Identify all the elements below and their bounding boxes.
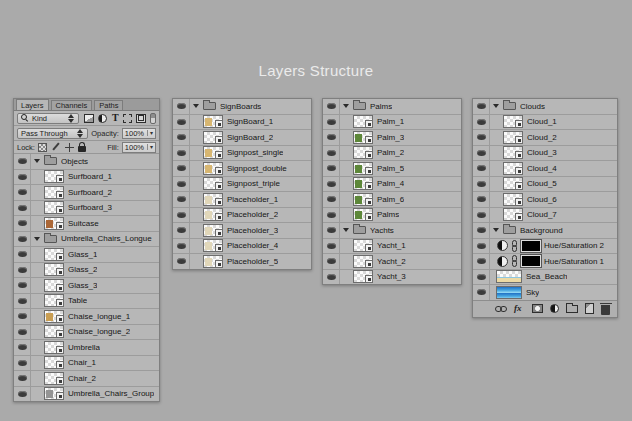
mask-thumbnail[interactable] xyxy=(521,255,541,267)
visibility-toggle[interactable] xyxy=(473,285,490,300)
adjustment-filter-icon[interactable] xyxy=(98,114,107,123)
layer-thumbnail[interactable] xyxy=(44,248,64,261)
layer-thumbnail[interactable] xyxy=(203,131,223,144)
visibility-toggle[interactable] xyxy=(14,185,31,200)
layer-thumbnail[interactable] xyxy=(44,217,64,230)
expand-triangle-icon[interactable] xyxy=(193,104,199,108)
visibility-toggle[interactable] xyxy=(473,208,490,223)
layer-thumbnail[interactable] xyxy=(44,341,64,354)
layer-mask-icon[interactable] xyxy=(532,304,543,313)
layer-thumbnail[interactable] xyxy=(496,270,522,283)
visibility-toggle[interactable] xyxy=(473,223,490,238)
layer-thumbnail[interactable] xyxy=(353,146,373,159)
layer-row[interactable]: Signpost_single xyxy=(173,146,311,162)
visibility-toggle[interactable] xyxy=(14,263,31,278)
layer-thumbnail[interactable] xyxy=(353,131,373,144)
layer-row[interactable]: Surfboard_1 xyxy=(14,170,159,186)
expand-triangle-icon[interactable] xyxy=(34,237,40,241)
layer-row[interactable]: Palm_2 xyxy=(323,146,461,162)
layer-thumbnail[interactable] xyxy=(503,162,523,175)
visibility-toggle[interactable] xyxy=(14,371,31,386)
group-row[interactable]: Clouds xyxy=(473,99,617,115)
layer-thumbnail[interactable] xyxy=(44,387,64,400)
visibility-toggle[interactable] xyxy=(173,239,190,254)
layer-row[interactable]: Glass_2 xyxy=(14,263,159,279)
layer-row[interactable]: Placeholder_4 xyxy=(173,239,311,255)
expand-triangle-icon[interactable] xyxy=(493,104,499,108)
layer-thumbnail[interactable] xyxy=(353,255,373,268)
visibility-toggle[interactable] xyxy=(14,170,31,185)
visibility-toggle[interactable] xyxy=(323,192,340,207)
layer-thumbnail[interactable] xyxy=(203,177,223,190)
folder-icon[interactable] xyxy=(566,305,578,313)
visibility-toggle[interactable] xyxy=(323,177,340,192)
layer-row[interactable]: Placeholder_1 xyxy=(173,192,311,208)
visibility-toggle[interactable] xyxy=(473,99,490,114)
layer-thumbnail[interactable] xyxy=(353,239,373,252)
layer-thumbnail[interactable] xyxy=(203,193,223,206)
layer-row[interactable]: Palm_3 xyxy=(323,130,461,146)
visibility-toggle[interactable] xyxy=(473,254,490,269)
layer-thumbnail[interactable] xyxy=(44,170,64,183)
visibility-toggle[interactable] xyxy=(323,99,340,114)
layer-row[interactable]: Cloud_7 xyxy=(473,208,617,224)
expand-triangle-icon[interactable] xyxy=(34,159,40,163)
visibility-toggle[interactable] xyxy=(173,208,190,223)
visibility-toggle[interactable] xyxy=(173,177,190,192)
layer-thumbnail[interactable] xyxy=(503,193,523,206)
tab-layers[interactable]: Layers xyxy=(16,99,49,110)
visibility-toggle[interactable] xyxy=(14,216,31,231)
layer-row[interactable]: Suitcase xyxy=(14,216,159,232)
layer-thumbnail[interactable] xyxy=(203,208,223,221)
adjustment-icon[interactable] xyxy=(550,304,559,313)
mask-thumbnail[interactable] xyxy=(521,240,541,252)
layer-thumbnail[interactable] xyxy=(44,201,64,214)
layer-row[interactable]: SignBoard_2 xyxy=(173,130,311,146)
visibility-toggle[interactable] xyxy=(14,356,31,371)
visibility-toggle[interactable] xyxy=(173,146,190,161)
visibility-toggle[interactable] xyxy=(323,270,340,285)
layer-row[interactable]: Hue/Saturation 2 xyxy=(473,239,617,255)
layer-thumbnail[interactable] xyxy=(44,310,64,323)
visibility-toggle[interactable] xyxy=(473,270,490,285)
shape-filter-icon[interactable] xyxy=(123,114,132,123)
visibility-toggle[interactable] xyxy=(323,223,340,238)
layer-thumbnail[interactable] xyxy=(503,146,523,159)
layer-thumbnail[interactable] xyxy=(496,286,522,299)
layer-thumbnail[interactable] xyxy=(203,255,223,268)
visibility-toggle[interactable] xyxy=(14,340,31,355)
layer-row[interactable]: Umbrella_Chairs_Group xyxy=(14,387,159,402)
layer-row[interactable]: Surfboard_2 xyxy=(14,185,159,201)
layer-row[interactable]: Palm_5 xyxy=(323,161,461,177)
blend-mode-dropdown[interactable]: Pass Through xyxy=(17,128,88,139)
link-icon[interactable] xyxy=(495,306,507,312)
layer-row[interactable]: Glass_3 xyxy=(14,278,159,294)
visibility-toggle[interactable] xyxy=(323,130,340,145)
layer-row[interactable]: Sea_Beach xyxy=(473,270,617,286)
visibility-toggle[interactable] xyxy=(14,201,31,216)
layer-row[interactable]: Palm_6 xyxy=(323,192,461,208)
layer-thumbnail[interactable] xyxy=(353,208,373,221)
visibility-toggle[interactable] xyxy=(14,309,31,324)
layer-thumbnail[interactable] xyxy=(203,239,223,252)
layer-row[interactable]: Yacht_2 xyxy=(323,254,461,270)
group-row[interactable]: Yachts xyxy=(323,223,461,239)
layer-thumbnail[interactable] xyxy=(503,115,523,128)
expand-triangle-icon[interactable] xyxy=(343,228,349,232)
layer-row[interactable]: Cloud_6 xyxy=(473,192,617,208)
opacity-value[interactable]: 100% ▾ xyxy=(122,128,156,139)
visibility-toggle[interactable] xyxy=(14,154,31,169)
lock-transparency-icon[interactable] xyxy=(38,143,47,152)
layer-row[interactable]: Placeholder_5 xyxy=(173,254,311,269)
visibility-toggle[interactable] xyxy=(14,387,31,402)
visibility-toggle[interactable] xyxy=(173,223,190,238)
layer-thumbnail[interactable] xyxy=(503,177,523,190)
lock-paint-icon[interactable] xyxy=(51,142,61,152)
layer-row[interactable]: Signpost_double xyxy=(173,161,311,177)
layer-row[interactable]: Cloud_3 xyxy=(473,146,617,162)
visibility-toggle[interactable] xyxy=(173,99,190,114)
visibility-toggle[interactable] xyxy=(323,115,340,130)
tab-paths[interactable]: Paths xyxy=(94,100,123,110)
visibility-toggle[interactable] xyxy=(14,325,31,340)
layer-row[interactable]: Placeholder_3 xyxy=(173,223,311,239)
